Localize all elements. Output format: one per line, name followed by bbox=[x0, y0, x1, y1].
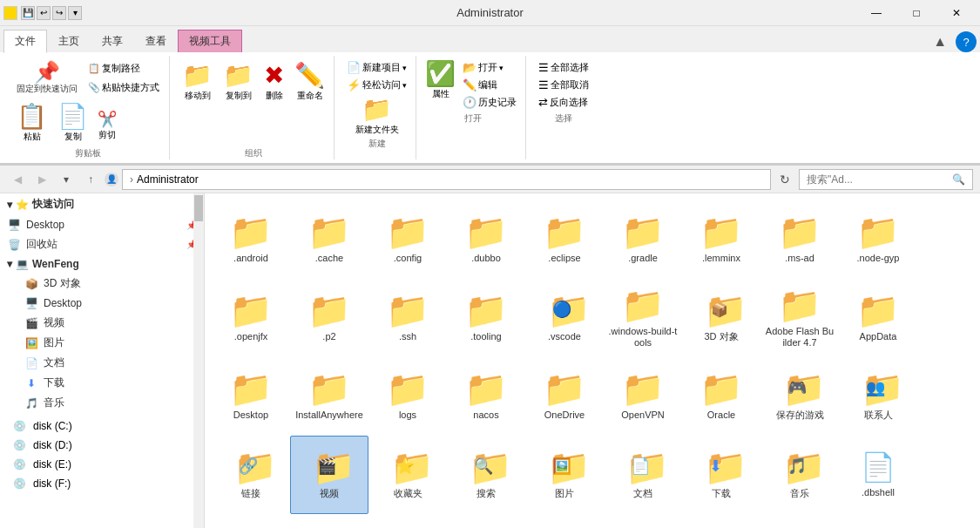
folder-onedrive[interactable]: 📁 OneDrive bbox=[525, 357, 604, 436]
folder-video-main[interactable]: 📁 🎬 视频 bbox=[290, 436, 368, 514]
sidebar-item-3d[interactable]: 📦 3D 对象 bbox=[17, 274, 204, 294]
select-none-button[interactable]: ☰ 全部取消 bbox=[535, 77, 592, 93]
tab-share[interactable]: 共享 bbox=[91, 30, 134, 52]
file-rediscli[interactable]: 📄 .rediscli_history bbox=[525, 514, 604, 528]
move-to-button[interactable]: 📁 移动到 bbox=[179, 59, 216, 104]
folder-vscode[interactable]: 📁 🔵 .vscode bbox=[525, 279, 604, 357]
folder-downloads[interactable]: 📁 ⬇ 下载 bbox=[682, 436, 760, 514]
folder-p2[interactable]: 📁 .p2 bbox=[290, 279, 368, 357]
redo-icon[interactable]: ↪ bbox=[52, 6, 66, 20]
properties-button[interactable]: ✅ 属性 bbox=[425, 59, 456, 111]
file-erlang[interactable]: 📄 .erlang.cookie bbox=[212, 514, 290, 528]
paste-shortcut-button[interactable]: 📎 粘贴快捷方式 bbox=[84, 78, 164, 97]
folder-nodegyp[interactable]: 📁 .node-gyp bbox=[839, 200, 917, 279]
new-folder-button[interactable]: 📁 新建文件夹 bbox=[343, 95, 410, 136]
folder-openvpn[interactable]: 📁 OpenVPN bbox=[604, 357, 682, 436]
drive-d[interactable]: 💿 disk (D:) bbox=[3, 436, 204, 455]
refresh-button[interactable]: ↻ bbox=[774, 169, 795, 190]
history-button[interactable]: 🕐 历史记录 bbox=[459, 94, 520, 111]
forward-button[interactable]: ▶ bbox=[31, 169, 52, 190]
invert-selection-button[interactable]: ⇄ 反向选择 bbox=[535, 94, 592, 111]
wenfeng-header[interactable]: ▾ 💻 WenFeng bbox=[0, 254, 204, 274]
folder-eclipse[interactable]: 📁 .eclipse bbox=[525, 200, 604, 279]
maximize-button[interactable]: □ bbox=[896, 0, 936, 26]
dropdown-icon[interactable]: ▾ bbox=[68, 6, 82, 20]
drive-e[interactable]: 💿 disk (E:) bbox=[3, 455, 204, 474]
ribbon-collapse[interactable]: ▲ bbox=[928, 32, 952, 51]
cut-button[interactable]: ✂️ 剪切 bbox=[94, 99, 120, 146]
recent-button[interactable]: ▾ bbox=[56, 169, 77, 190]
paste-button[interactable]: 📋 粘贴 bbox=[12, 99, 51, 146]
folder-desktop[interactable]: 📁 Desktop bbox=[212, 357, 290, 436]
delete-button[interactable]: ✖ 删除 bbox=[260, 59, 287, 104]
folder-documents[interactable]: 📁 📄 文档 bbox=[604, 436, 682, 514]
up-button[interactable]: ↑ bbox=[80, 169, 101, 190]
sidebar-item-docs[interactable]: 📄 文档 bbox=[17, 353, 204, 373]
open-button[interactable]: 📂 打开 ▾ bbox=[459, 59, 520, 76]
folder-contacts[interactable]: 📁 👥 联系人 bbox=[839, 357, 917, 436]
close-button[interactable]: ✕ bbox=[936, 0, 977, 26]
folder-tooling[interactable]: 📁 .tooling bbox=[447, 279, 525, 357]
tab-home[interactable]: 主页 bbox=[47, 30, 91, 52]
sidebar-item-recycle[interactable]: 🗑️ 回收站 📌 bbox=[0, 234, 204, 254]
folder-appdata[interactable]: 📁 AppData bbox=[839, 279, 917, 357]
folder-installanywhere[interactable]: 📁 InstallAnywhere bbox=[290, 357, 368, 436]
folder-windows-build[interactable]: 📁 .windows-build-tools bbox=[604, 279, 682, 357]
folder-dubbo[interactable]: 📁 .dubbo bbox=[447, 200, 525, 279]
rename-button[interactable]: ✏️ 重命名 bbox=[291, 59, 328, 104]
drive-f[interactable]: 💿 disk (F:) bbox=[3, 474, 204, 493]
file-mongorc[interactable]: 🍃 .mongorc.js bbox=[290, 514, 368, 528]
new-item-button[interactable]: 📄 新建项目 ▾ bbox=[343, 59, 410, 76]
search-box[interactable]: 🔍 bbox=[799, 169, 973, 190]
folder-ssh[interactable]: 📁 .ssh bbox=[368, 279, 447, 357]
back-button[interactable]: ◀ bbox=[7, 169, 28, 190]
folder-favorites[interactable]: 📁 ⭐ 收藏夹 bbox=[368, 436, 447, 514]
folder-pictures[interactable]: 📁 🖼️ 图片 bbox=[525, 436, 604, 514]
sidebar-item-download[interactable]: ⬇ 下载 bbox=[17, 373, 204, 393]
pin-to-quick-access-button[interactable]: 📌 固定到快速访问 bbox=[12, 59, 82, 98]
folder-saved-games[interactable]: 📁 🎮 保存的游戏 bbox=[760, 357, 839, 436]
sidebar-item-desktop[interactable]: 🖥️ Desktop 📌 bbox=[0, 215, 204, 234]
save-icon[interactable]: 💾 bbox=[21, 6, 35, 20]
file-ntuser[interactable]: 📄 NTUSER.DAT bbox=[604, 514, 682, 528]
file-npmrc[interactable]: 📄 .npmrc bbox=[368, 514, 447, 528]
copy-button[interactable]: 📄 复制 bbox=[53, 99, 92, 146]
undo-icon[interactable]: ↩ bbox=[37, 6, 51, 20]
tab-file[interactable]: 文件 bbox=[3, 30, 47, 53]
drive-c[interactable]: 💿 disk (C:) bbox=[3, 416, 204, 436]
folder-music[interactable]: 📁 🎵 音乐 bbox=[760, 436, 839, 514]
folder-oracle[interactable]: 📁 Oracle bbox=[682, 357, 760, 436]
folder-msad[interactable]: 📁 .ms-ad bbox=[760, 200, 839, 279]
sidebar-item-desktop2[interactable]: 🖥️ Desktop bbox=[17, 294, 204, 313]
search-input[interactable] bbox=[807, 173, 949, 186]
sidebar-scrollbar[interactable] bbox=[193, 193, 204, 528]
folder-config[interactable]: 📁 .config bbox=[368, 200, 447, 279]
sidebar-item-video[interactable]: 🎬 视频 bbox=[17, 313, 204, 333]
file-dbshell[interactable]: 📄 .dbshell bbox=[839, 436, 917, 514]
help-button[interactable]: ? bbox=[956, 31, 977, 52]
file-pdfbox[interactable]: 📄 .pdfbox.cache bbox=[447, 514, 525, 528]
folder-adobe[interactable]: 📁 Adobe Flash Builder 4.7 bbox=[760, 279, 839, 357]
folder-search[interactable]: 📁 🔍 搜索 bbox=[447, 436, 525, 514]
folder-logs[interactable]: 📁 logs bbox=[368, 357, 447, 436]
folder-nacos[interactable]: 📁 nacos bbox=[447, 357, 525, 436]
select-all-button[interactable]: ☰ 全部选择 bbox=[535, 59, 592, 76]
folder-lemminx[interactable]: 📁 .lemminx bbox=[682, 200, 760, 279]
easy-access-button[interactable]: ⚡ 轻松访问 ▾ bbox=[343, 77, 410, 93]
tab-view[interactable]: 查看 bbox=[134, 30, 178, 52]
folder-android[interactable]: 📁 .android bbox=[212, 200, 290, 279]
folder-cache[interactable]: 📁 .cache bbox=[290, 200, 368, 279]
folder-openjfx[interactable]: 📁 .openjfx bbox=[212, 279, 290, 357]
sidebar-scroll-thumb[interactable] bbox=[194, 195, 203, 221]
folder-3d[interactable]: 📁 📦 3D 对象 bbox=[682, 279, 760, 357]
folder-links[interactable]: 📁 🔗 链接 bbox=[212, 436, 290, 514]
sidebar-item-pics[interactable]: 🖼️ 图片 bbox=[17, 333, 204, 353]
tab-video-tools[interactable]: 视频工具 bbox=[178, 30, 242, 52]
minimize-button[interactable]: — bbox=[856, 0, 896, 26]
quick-access-header[interactable]: ▾ ⭐ 快速访问 bbox=[0, 193, 204, 215]
copy-to-button[interactable]: 📁 复制到 bbox=[220, 59, 257, 104]
folder-gradle[interactable]: 📁 .gradle bbox=[604, 200, 682, 279]
address-path[interactable]: › Administrator bbox=[122, 169, 771, 190]
copy-path-button[interactable]: 📋 复制路径 bbox=[84, 59, 145, 78]
sidebar-item-music[interactable]: 🎵 音乐 bbox=[17, 393, 204, 413]
